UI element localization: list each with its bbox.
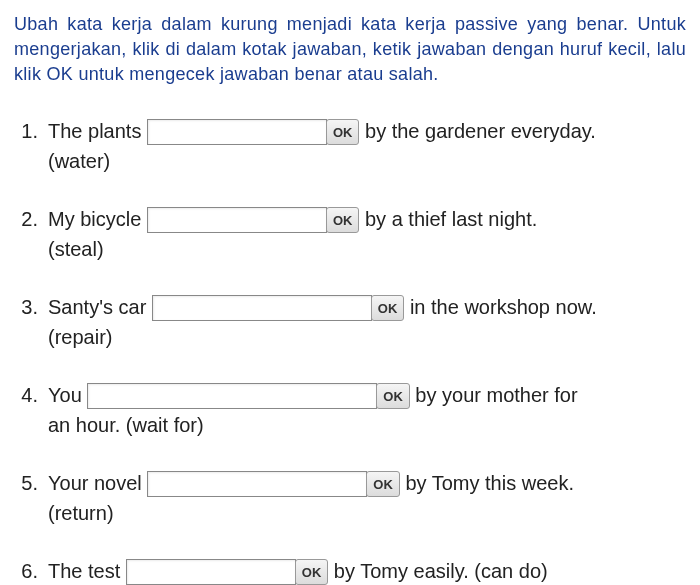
question-number: 6. <box>14 556 38 585</box>
question-body: Your novel OK by Tomy this week. (return… <box>48 468 686 528</box>
ok-button[interactable]: OK <box>376 383 410 409</box>
ok-button[interactable]: OK <box>326 119 360 145</box>
question-item: 2. My bicycle OK by a thief last night. … <box>14 204 686 264</box>
question-text-after: by Tomy easily. (can do) <box>328 560 547 582</box>
answer-input[interactable] <box>147 119 327 145</box>
question-body: My bicycle OK by a thief last night. (st… <box>48 204 686 264</box>
question-number: 3. <box>14 292 38 322</box>
question-hint: (return) <box>48 498 686 528</box>
question-hint: (water) <box>48 146 686 176</box>
question-item: 1. The plants OK by the gardener everyda… <box>14 116 686 176</box>
question-text-before: Your novel <box>48 472 147 494</box>
answer-input[interactable] <box>87 383 377 409</box>
question-number: 5. <box>14 468 38 498</box>
question-hint: (repair) <box>48 322 686 352</box>
answer-input[interactable] <box>152 295 372 321</box>
question-text-before: The plants <box>48 120 147 142</box>
ok-button[interactable]: OK <box>366 471 400 497</box>
question-item: 4. You OK by your mother for an hour. (w… <box>14 380 686 440</box>
question-body: The test OK by Tomy easily. (can do) <box>48 556 686 585</box>
question-hint: an hour. (wait for) <box>48 410 686 440</box>
answer-input[interactable] <box>147 471 367 497</box>
question-number: 1. <box>14 116 38 146</box>
answer-input[interactable] <box>126 559 296 585</box>
question-text-before: You <box>48 384 87 406</box>
instructions-text: Ubah kata kerja dalam kurung menjadi kat… <box>14 12 686 88</box>
question-item: 5. Your novel OK by Tomy this week. (ret… <box>14 468 686 528</box>
question-body: You OK by your mother for an hour. (wait… <box>48 380 686 440</box>
question-text-before: The test <box>48 560 126 582</box>
question-text-after: in the workshop now. <box>404 296 596 318</box>
question-text-before: My bicycle <box>48 208 147 230</box>
question-text-after: by Tomy this week. <box>400 472 574 494</box>
question-text-before: Santy's car <box>48 296 152 318</box>
question-body: Santy's car OK in the workshop now. (rep… <box>48 292 686 352</box>
question-number: 4. <box>14 380 38 410</box>
ok-button[interactable]: OK <box>326 207 360 233</box>
question-text-after: by a thief last night. <box>359 208 537 230</box>
answer-input[interactable] <box>147 207 327 233</box>
question-hint: (steal) <box>48 234 686 264</box>
ok-button[interactable]: OK <box>295 559 329 585</box>
question-item: 6. The test OK by Tomy easily. (can do) <box>14 556 686 585</box>
question-text-after: by your mother for <box>410 384 578 406</box>
questions-list: 1. The plants OK by the gardener everyda… <box>14 116 686 585</box>
question-number: 2. <box>14 204 38 234</box>
question-item: 3. Santy's car OK in the workshop now. (… <box>14 292 686 352</box>
question-text-after: by the gardener everyday. <box>359 120 595 142</box>
question-body: The plants OK by the gardener everyday. … <box>48 116 686 176</box>
ok-button[interactable]: OK <box>371 295 405 321</box>
